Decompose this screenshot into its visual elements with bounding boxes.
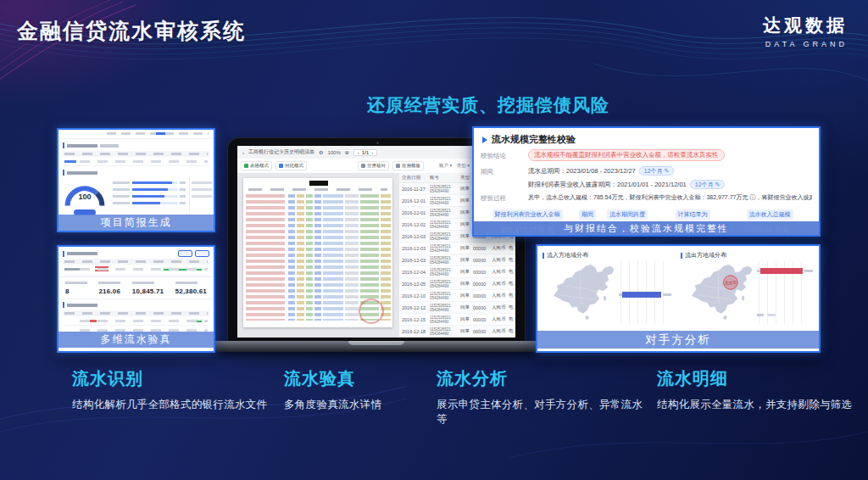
brand-name-en: DATA GRAND <box>763 40 848 48</box>
scanned-statement-pane <box>237 173 398 338</box>
page-title: 金融信贷流水审核系统 <box>17 17 246 45</box>
period-row-2: 财报利润表营业收入披露期间：2021/01/01 - 2021/12/01 12… <box>528 180 812 189</box>
table-row[interactable]: 2016-12-05 1152526521054284490 回单 00000 … <box>399 278 515 290</box>
period-tag-2[interactable]: 12个月✎ <box>690 180 726 189</box>
feature-title: 流水验真 <box>284 367 432 390</box>
outflow-bar-chart <box>759 261 810 324</box>
table-mode-button[interactable]: 表格模式 <box>241 161 272 170</box>
caption-scale-completeness: 与财报结合，校验流水规模完整性 <box>474 221 819 235</box>
period-tag-1[interactable]: 12个月✎ <box>639 166 675 176</box>
mini-table-header-2 <box>63 310 209 316</box>
next-page-icon[interactable]: › <box>371 150 373 155</box>
mini-section-title <box>63 142 214 148</box>
mini-table-row <box>63 157 209 166</box>
feature-desc: 结构化解析几乎全部格式的银行流水文件 <box>72 398 280 412</box>
table-row[interactable]: 2016-12-15 1152526521054284490 回单 00000 … <box>399 314 515 326</box>
zoom-in-icon[interactable]: ⊕ <box>345 149 349 155</box>
feature-desc: 展示申贷主体分析、对手方分析、异常流水等 <box>437 398 653 427</box>
outflow-bar <box>760 268 803 274</box>
statistics-row: 8 216.06 10,845.71 52,380.61 <box>58 276 214 299</box>
feature-flow-analysis: 流水分析 展示申贷主体分析、对手方分析、异常流水等 <box>437 367 653 427</box>
process-label: 校验过程 <box>477 194 528 203</box>
mini-section-title-2 <box>63 170 214 176</box>
period-row-1: 流水总期间：2023/01/08 - 2023/12/27 12个月✎ <box>528 166 812 176</box>
score-progress-list <box>111 178 189 215</box>
laptop-notch <box>348 341 404 345</box>
feature-title: 流水明细 <box>657 367 856 390</box>
stat-amount-3: 52,380.61 <box>175 282 207 295</box>
apply-template-button[interactable]: 应用模板 <box>392 161 424 170</box>
conclusion-tag: 流水规模不能覆盖财报利润表中营业收入金额，请检查流水真实性 <box>528 149 725 161</box>
inflow-bar <box>622 292 661 298</box>
mini-table-row <box>63 265 209 276</box>
page-number: 1/1 <box>362 150 369 155</box>
zoom-level[interactable]: 100% <box>327 150 340 155</box>
feature-title: 流水识别 <box>72 367 280 390</box>
counterparty-analysis-panel: 流入方地域分布 流出方地域分布 <box>536 244 821 353</box>
caption-report-generation: 项目简报生成 <box>58 215 214 231</box>
stat-count: 8 <box>65 282 87 295</box>
stat-amount-2: 10,845.71 <box>132 282 164 295</box>
period-label: 期间 <box>477 168 528 176</box>
formula-labels: 财报利润表营业收入金额 期间 流水期间跨度 计算结果为 流水收入总规模 <box>485 204 811 220</box>
table-row[interactable]: 2016-12-03 1152526521054284490 回单 00000 … <box>399 254 515 266</box>
slide-subtitle: 还原经营实质、挖掘偿债风险 <box>129 93 848 117</box>
conclusion-label: 校验结论 <box>477 152 528 160</box>
webcam-dot <box>376 142 379 144</box>
template-icon <box>396 164 400 168</box>
china-map-marked: 北京市 <box>681 261 759 324</box>
table-mode-icon <box>244 164 248 168</box>
prev-page-icon[interactable]: ‹ <box>358 150 359 155</box>
brand-logo: 达观数据 DATA GRAND <box>763 14 848 48</box>
page-indicator[interactable]: ‹1/1› <box>353 149 377 156</box>
table-row[interactable]: 2016-12-04 1152526521054284490 回单 00000 … <box>399 266 515 278</box>
mini-buttons[interactable] <box>178 250 209 257</box>
score-gauge: 100 <box>58 178 111 215</box>
edit-icon: ✎ <box>665 168 670 175</box>
process-text: 其中，流水总收入规模：785.54万元，财报利润表中营业收入金额：382,977… <box>528 193 812 202</box>
scanned-statement-page <box>243 178 392 327</box>
inflow-bar-chart <box>620 261 671 324</box>
compare-mode-button[interactable]: 对比模式 <box>275 161 307 170</box>
title-tick <box>681 253 682 259</box>
gear-icon[interactable]: ⚙ <box>319 149 323 155</box>
feature-desc: 多角度验真流水详情 <box>284 398 432 412</box>
split-check-button[interactable]: 分屏核对 <box>358 161 389 170</box>
report-screenshot-card: 100 项目简报生成 <box>57 128 215 232</box>
mini-header <box>63 250 209 257</box>
document-title: 工商银行借记卡历史明细清单 <box>248 148 314 156</box>
feature-title: 流水分析 <box>437 367 653 390</box>
compare-mode-icon <box>279 164 283 168</box>
caption-counterparty-analysis: 对手方分析 <box>537 331 819 349</box>
table-row[interactable]: 2016-12-10 1152526521054284490 回单 00000 … <box>399 290 515 302</box>
verification-screenshot-card: 8 216.06 10,845.71 52,380.61 多维流水验真 <box>57 245 215 353</box>
feature-desc: 结构化展示全量流水，并支持剔除与筛选 <box>657 398 856 412</box>
caption-multi-dim-verification: 多维流水验真 <box>58 332 214 348</box>
table-row[interactable]: 2016-12-18 1152526521054284490 回单 00000 … <box>399 326 515 338</box>
edit-icon: ✎ <box>715 181 721 188</box>
mini-side-panel <box>189 178 214 215</box>
feature-flow-recognition: 流水识别 结构化解析几乎全部格式的银行流水文件 <box>72 367 280 412</box>
split-icon <box>361 164 365 168</box>
mini-section-title <box>63 302 214 308</box>
mini-navbar <box>58 130 214 139</box>
table-row[interactable]: 2016-12-12 1152526521054284490 回单 00000 … <box>399 302 515 314</box>
stat-amount-1: 216.06 <box>98 282 120 295</box>
title-tick <box>542 253 544 259</box>
flow-scale-check-panel: 流水规模完整性校验 校验结论 流水规模不能覆盖财报利润表中营业收入金额，请检查流… <box>472 126 821 237</box>
back-arrow-icon[interactable]: ‹ <box>242 150 244 155</box>
china-map <box>542 261 620 324</box>
feature-flow-verification: 流水验真 多角度验真流水详情 <box>284 367 432 412</box>
table-row[interactable]: 2016-12-03 1152526521054284490 回单 00000 … <box>399 243 515 254</box>
mini-score-section: 100 <box>58 178 214 215</box>
brand-name-cn: 达观数据 <box>763 14 848 37</box>
feature-flow-detail: 流水明细 结构化展示全量流水，并支持剔除与筛选 <box>657 367 856 412</box>
statement-header-bars <box>248 188 387 191</box>
conclusion-row: 流水规模不能覆盖财报利润表中营业收入金额，请检查流水真实性 <box>528 149 812 161</box>
section-arrow-icon <box>482 137 487 143</box>
panel-title: 流水规模完整性校验 <box>482 133 576 146</box>
redaction-box <box>309 181 328 186</box>
mini-table-header <box>63 259 209 265</box>
laptop-base <box>211 341 542 352</box>
mini-table-header <box>63 151 209 157</box>
